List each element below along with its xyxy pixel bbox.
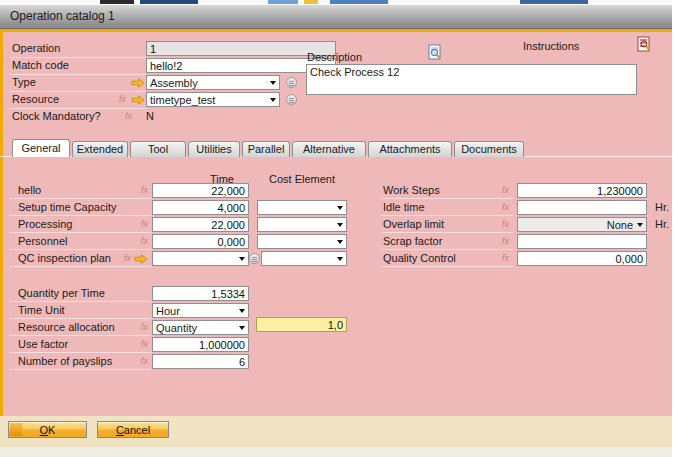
- work-steps-field[interactable]: [517, 183, 647, 198]
- resource-allocation-label: Resource allocation: [18, 321, 115, 334]
- link-arrow-icon[interactable]: [131, 78, 145, 88]
- chevron-down-icon: [637, 223, 643, 227]
- chevron-down-icon: [239, 326, 245, 330]
- choose-from-list-icon[interactable]: [286, 77, 297, 88]
- hello-time-field[interactable]: [152, 183, 249, 198]
- choose-from-list-icon[interactable]: [286, 94, 297, 105]
- qc-inspection-plan-dropdown[interactable]: [152, 251, 249, 266]
- resource-allocation-quantity-field[interactable]: [256, 317, 347, 332]
- fx-icon: fx: [141, 322, 148, 333]
- row-divider: [10, 108, 146, 109]
- quality-control-field[interactable]: [517, 251, 647, 266]
- tab-general[interactable]: General: [12, 139, 70, 157]
- hello-label: hello: [18, 184, 41, 197]
- accent-left-stripe: [0, 32, 3, 416]
- row-divider: [10, 318, 151, 319]
- clock-mandatory-label: Clock Mandatory?: [12, 110, 101, 123]
- time-unit-dropdown[interactable]: Hour: [152, 303, 249, 318]
- overlap-limit-value: None: [521, 219, 633, 231]
- chevron-down-icon: [337, 206, 343, 210]
- row-divider: [10, 266, 151, 267]
- fx-icon: fx: [124, 253, 131, 264]
- row-divider: [10, 215, 151, 216]
- description-label: Description: [307, 51, 362, 64]
- fx-icon: fx: [125, 111, 132, 122]
- processing-time-field[interactable]: [152, 217, 249, 232]
- overlap-limit-dropdown[interactable]: None: [517, 217, 647, 232]
- window-title: Operation catalog 1: [10, 5, 115, 28]
- fx-icon: fx: [141, 356, 148, 367]
- setup-time-field[interactable]: [152, 200, 249, 215]
- ok-button[interactable]: OK: [8, 421, 87, 438]
- type-value: Assembly: [150, 77, 266, 89]
- type-dropdown[interactable]: Assembly: [146, 75, 280, 90]
- row-divider: [10, 57, 146, 58]
- fx-icon: fx: [502, 185, 509, 196]
- resource-dropdown[interactable]: timetype_test: [146, 92, 280, 107]
- number-of-payslips-field[interactable]: [152, 354, 249, 369]
- fx-icon: fx: [141, 185, 148, 196]
- link-arrow-icon[interactable]: [131, 95, 145, 105]
- setup-time-capacity-label: Setup time Capacity: [18, 201, 116, 214]
- row-divider: [10, 369, 151, 370]
- link-arrow-icon[interactable]: [134, 254, 148, 264]
- fx-icon: fx: [141, 219, 148, 230]
- overlap-limit-label: Overlap limit: [383, 218, 444, 231]
- use-factor-field[interactable]: [152, 337, 249, 352]
- description-textarea[interactable]: Check Process 12: [306, 64, 637, 95]
- row-divider: [10, 74, 146, 75]
- tab-attachments[interactable]: Attachments: [368, 141, 452, 157]
- fx-icon: fx: [502, 236, 509, 247]
- operation-label: Operation: [12, 42, 60, 55]
- row-divider: [381, 249, 513, 250]
- overlap-limit-unit-suffix: Hr.: [655, 218, 669, 231]
- fx-icon: fx: [119, 94, 126, 105]
- work-steps-label: Work Steps: [383, 184, 440, 197]
- operation-catalog-dialog: Operation catalog 1 Operation Match code…: [0, 0, 675, 457]
- chevron-down-icon: [270, 81, 276, 85]
- row-divider: [381, 215, 513, 216]
- resource-allocation-dropdown[interactable]: Quantity: [152, 320, 249, 335]
- scrap-factor-label: Scrap factor: [383, 235, 442, 248]
- choose-from-list-icon[interactable]: [249, 253, 260, 264]
- processing-cost-element-dropdown[interactable]: [257, 217, 347, 232]
- qc-cost-element-dropdown[interactable]: [261, 251, 347, 266]
- row-divider: [10, 335, 151, 336]
- cancel-button[interactable]: Cancel: [97, 421, 169, 438]
- resource-allocation-value: Quantity: [156, 322, 235, 334]
- idle-time-field[interactable]: [517, 200, 647, 215]
- default-button-marker: [10, 423, 22, 436]
- personnel-time-field[interactable]: [152, 234, 249, 249]
- match-code-label: Match code: [12, 59, 69, 72]
- tab-utilities[interactable]: Utilities: [188, 141, 240, 157]
- desktop-background-strip: [0, 447, 675, 457]
- tab-alternative[interactable]: Alternative: [292, 141, 366, 157]
- time-unit-value: Hour: [156, 305, 235, 317]
- personnel-label: Personnel: [18, 235, 68, 248]
- setup-cost-element-dropdown[interactable]: [257, 200, 347, 215]
- row-divider: [10, 91, 146, 92]
- tab-parallel[interactable]: Parallel: [242, 141, 290, 157]
- window-titlebar[interactable]: Operation catalog 1: [0, 4, 675, 29]
- resource-label: Resource: [12, 93, 59, 106]
- type-label: Type: [12, 76, 36, 89]
- use-factor-label: Use factor: [18, 338, 68, 351]
- row-divider: [10, 198, 151, 199]
- tab-extended[interactable]: Extended: [72, 141, 128, 157]
- instructions-icon[interactable]: [637, 36, 652, 55]
- tab-documents[interactable]: Documents: [454, 141, 524, 157]
- quantity-per-time-field[interactable]: [152, 286, 249, 301]
- tab-bar: General Extended Tool Utilities Parallel…: [12, 139, 524, 157]
- row-divider: [10, 249, 151, 250]
- tab-tool[interactable]: Tool: [130, 141, 186, 157]
- number-of-payslips-label: Number of payslips: [18, 355, 112, 368]
- resource-value: timetype_test: [150, 94, 266, 106]
- chevron-down-icon: [337, 223, 343, 227]
- scrap-factor-field[interactable]: [517, 234, 647, 249]
- personnel-cost-element-dropdown[interactable]: [257, 234, 347, 249]
- description-preview-icon[interactable]: [428, 44, 443, 63]
- chevron-down-icon: [239, 309, 245, 313]
- quantity-per-time-label: Quantity per Time: [18, 287, 105, 300]
- idle-time-unit-suffix: Hr.: [655, 201, 669, 214]
- chevron-down-icon: [239, 257, 245, 261]
